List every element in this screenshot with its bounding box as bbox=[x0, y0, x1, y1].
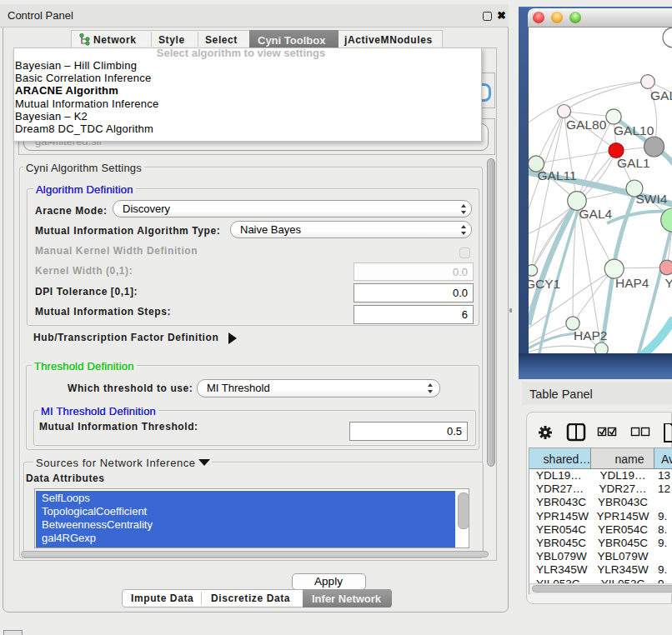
svg-text:YJ: YJ bbox=[665, 276, 672, 290]
svg-text:SWI4: SWI4 bbox=[636, 192, 668, 206]
svg-text:GAL7: GAL7 bbox=[650, 88, 672, 102]
svg-text:HAP4: HAP4 bbox=[615, 276, 649, 290]
svg-text:HAP2: HAP2 bbox=[574, 328, 608, 342]
svg-text:GAL4: GAL4 bbox=[579, 207, 613, 221]
svg-text:GAL11: GAL11 bbox=[538, 168, 577, 182]
svg-text:GAL80: GAL80 bbox=[566, 118, 607, 132]
svg-text:GAL1: GAL1 bbox=[617, 156, 650, 170]
svg-text:GCY1: GCY1 bbox=[529, 277, 560, 291]
svg-text:GAL10: GAL10 bbox=[614, 123, 654, 138]
